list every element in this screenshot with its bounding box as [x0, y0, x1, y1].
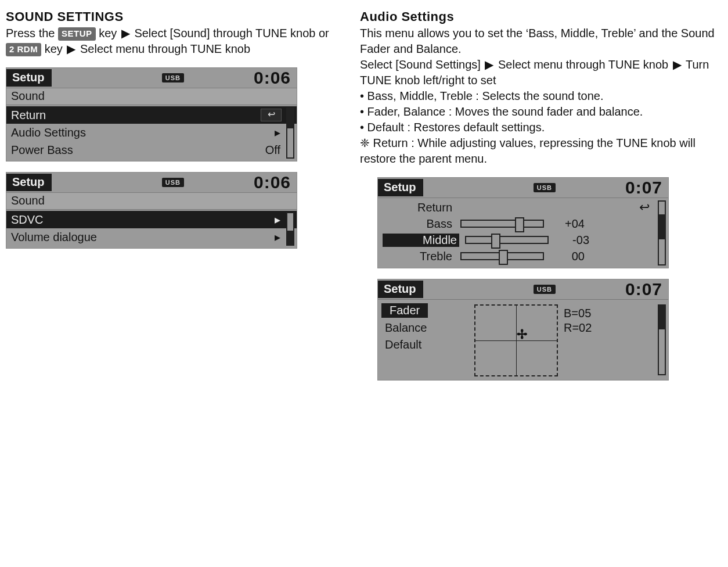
arrow-right-icon: ▶ — [66, 41, 77, 57]
intro-text: key — [45, 42, 66, 55]
menu-label: Power Bass — [11, 143, 73, 157]
scrollbar[interactable] — [658, 200, 666, 265]
menu-label: Treble — [383, 250, 455, 263]
audio-settings-heading: Audio Settings — [360, 9, 720, 24]
usb-icon: USB — [534, 183, 556, 192]
menu-row-power-bass[interactable]: Power Bass Off — [6, 141, 297, 159]
balance-readout: B=05 — [564, 307, 633, 320]
bass-slider[interactable] — [460, 220, 544, 228]
lcd-title: Setup — [378, 179, 423, 196]
menu-row-audio-settings[interactable]: Audio Settings ▸ — [6, 124, 297, 141]
bullet-bmt: • Bass, Middle, Treble : Selects the sou… — [360, 88, 720, 104]
treble-slider[interactable] — [460, 252, 544, 260]
arrow-right-icon: ▶ — [484, 57, 495, 73]
menu-label: Bass — [383, 217, 455, 231]
intro-text: Select [Sound] through TUNE knob or — [134, 27, 329, 40]
return-note-2: restore the parent menu. — [360, 151, 720, 167]
menu-label: Audio Settings — [11, 126, 86, 139]
sound-settings-heading: SOUND SETTINGS — [6, 9, 348, 24]
menu-row-sdvc[interactable]: SDVC ▸ — [6, 211, 297, 228]
fader-balance-grid[interactable]: ✢ — [474, 304, 558, 376]
middle-value: -03 — [554, 234, 603, 247]
grid-cursor-icon: ✢ — [517, 327, 527, 342]
menu-label: Middle — [383, 234, 459, 247]
setup-key-icon: SETUP — [58, 27, 96, 41]
bass-value: +04 — [550, 217, 599, 231]
lcd-title: Setup — [6, 69, 52, 87]
arrow-right-icon: ▶ — [120, 26, 131, 41]
eq-row-middle[interactable]: Middle -03 — [378, 232, 668, 248]
lcd-title: Setup — [378, 281, 423, 298]
two-rdm-key-icon: 2 RDM — [6, 43, 41, 56]
fb-item-default[interactable]: Default — [381, 337, 468, 353]
return-note: ❈ Return : While adjusting values, repre… — [360, 135, 720, 151]
arrow-right-icon: ▶ — [672, 57, 683, 73]
fb-item-fader[interactable]: Fader — [381, 303, 428, 318]
return-icon: ↩ — [615, 200, 664, 215]
intro-text: key — [99, 27, 120, 40]
audio-settings-steps: Select [Sound Settings] ▶ Select menu th… — [360, 57, 720, 88]
lcd-clock: 0:07 — [625, 279, 668, 299]
menu-label: Volume dialogue — [11, 231, 97, 244]
bullet-fader: • Fader, Balance : Moves the sound fader… — [360, 104, 720, 120]
lcd-clock: 0:07 — [625, 178, 668, 198]
eq-row-return[interactable]: Return ↩ — [378, 199, 668, 216]
scrollbar[interactable] — [286, 107, 294, 159]
lcd-subtitle: Sound — [6, 88, 297, 105]
menu-label: Return — [383, 201, 455, 214]
fb-item-balance[interactable]: Balance — [381, 320, 468, 336]
return-icon: ↩ — [261, 109, 282, 121]
usb-icon: USB — [162, 73, 184, 82]
lcd-fader-balance: Setup USB 0:07 Fader Balance Default ✢ B… — [377, 279, 669, 381]
scrollbar[interactable] — [286, 212, 294, 246]
menu-row-volume-dialogue[interactable]: Volume dialogue ▸ — [6, 228, 297, 246]
middle-slider[interactable] — [465, 236, 549, 244]
eq-row-bass[interactable]: Bass +04 — [378, 216, 668, 232]
eq-row-treble[interactable]: Treble 00 — [378, 248, 668, 264]
menu-label: SDVC — [11, 213, 44, 227]
lcd-audio-eq: Setup USB 0:07 Return ↩ Bass +04 Middle — [377, 177, 669, 268]
menu-label: Return — [11, 109, 46, 122]
lcd-subtitle: Sound — [6, 192, 297, 209]
step-text: Select [Sound Settings] — [360, 58, 484, 71]
step-text: Select menu through TUNE knob — [498, 58, 672, 71]
treble-value: 00 — [550, 250, 599, 263]
lcd-title: Setup — [6, 174, 52, 191]
intro-text: Press the — [6, 27, 55, 40]
intro-text: Select menu through TUNE knob — [80, 42, 250, 55]
lcd-clock: 0:06 — [254, 68, 297, 88]
bullet-default: • Default : Restores default settings. — [360, 120, 720, 135]
menu-row-return[interactable]: Return ↩ — [6, 106, 297, 124]
fader-readout: R=02 — [564, 321, 633, 335]
scrollbar[interactable] — [658, 304, 666, 375]
usb-icon: USB — [534, 285, 556, 294]
sound-settings-intro: Press the SETUP key ▶ Select [Sound] thr… — [6, 26, 348, 57]
usb-icon: USB — [162, 178, 184, 187]
lcd-setup-sound-2: Setup USB 0:06 Sound SDVC ▸ Volume dialo… — [6, 172, 297, 249]
audio-settings-desc: This menu allows you to set the ‘Bass, M… — [360, 26, 720, 57]
lcd-clock: 0:06 — [254, 173, 297, 192]
lcd-setup-sound-1: Setup USB 0:06 Sound Return ↩ Audio Sett… — [6, 67, 297, 162]
